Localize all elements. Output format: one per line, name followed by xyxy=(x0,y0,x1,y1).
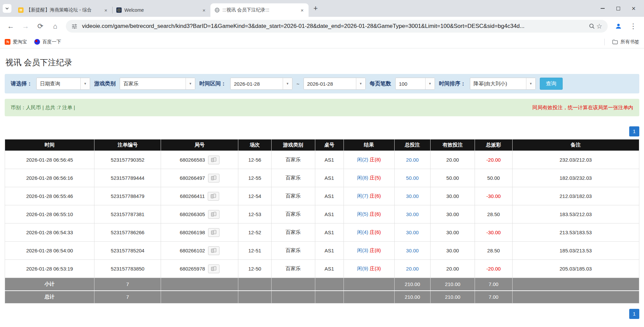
valid-bet-cell: 30.00 xyxy=(431,187,475,205)
date-start-select[interactable]: 2026-01-28 ▼ xyxy=(230,78,292,90)
payout-cell: 28.50 xyxy=(475,242,512,260)
footer-cell: 210.00 xyxy=(431,278,475,291)
round-cell: 680266198 xyxy=(161,223,238,242)
round-replay-button[interactable] xyxy=(208,228,219,237)
bet-records-table: 时间注单编号局号场次游戏类别桌号结果总投注有效投注总派彩备注 2026-01-2… xyxy=(5,139,639,303)
result-cell: 闲(4) 庄(6) xyxy=(344,223,394,242)
round-cell: 680266411 xyxy=(161,187,238,205)
total-bet-cell: 20.00 xyxy=(394,151,431,169)
time-cell: 2026-01-28 06:54:33 xyxy=(5,223,94,242)
url-text[interactable]: videoie.com/game/betrecord_search/kind3?… xyxy=(82,23,584,30)
page-size-select[interactable]: 100 ▼ xyxy=(395,78,435,90)
tab-bet-records[interactable]: :::视讯 会员下注纪录::: × xyxy=(210,3,309,17)
dropdown-arrow-icon[interactable]: ▼ xyxy=(80,78,90,89)
round-replay-button[interactable] xyxy=(208,192,219,201)
round-replay-button[interactable] xyxy=(208,210,219,219)
currency-summary-text: 币别：人民币 | 总共 :7 注单 | xyxy=(11,105,75,111)
date-end-select[interactable]: 2026-01-28 ▼ xyxy=(304,78,366,90)
tab-search-button[interactable] xyxy=(3,4,11,13)
sort-select[interactable]: 降幂(由大到小) ▼ xyxy=(470,78,536,90)
note-cell: 213.53/183.53 xyxy=(512,223,639,242)
result-banker: 庄(6) xyxy=(370,229,381,235)
page-number-button[interactable]: 1 xyxy=(629,309,639,319)
forward-button[interactable]: → xyxy=(19,19,32,33)
refresh-button[interactable]: ⟳ xyxy=(34,19,47,33)
round-replay-button[interactable] xyxy=(208,156,219,164)
result-player: 闲(5) xyxy=(357,211,368,217)
browser-menu-button[interactable]: ⋮ xyxy=(627,19,640,33)
game-type-cell: 百家乐 xyxy=(271,169,315,187)
bookmark-taobao[interactable]: 淘 爱淘宝 xyxy=(5,39,27,45)
round-number: 680266497 xyxy=(180,175,205,181)
note-cell: 183.53/212.03 xyxy=(512,205,639,223)
bet-row: 2026-01-28 06:53:19523157783850680265978… xyxy=(5,260,639,278)
round-cell: 680266102 xyxy=(161,242,238,260)
maximize-button[interactable] xyxy=(610,0,626,17)
bet-row: 2026-01-28 06:54:33523157786266680266198… xyxy=(5,223,639,242)
game-type-select[interactable]: 百家乐 ▼ xyxy=(120,78,195,90)
bet-row: 2026-01-28 06:55:46523157788479680266411… xyxy=(5,187,639,205)
all-bookmarks-button[interactable]: 所有书签 xyxy=(612,39,639,45)
dropdown-arrow-icon[interactable]: ▼ xyxy=(526,78,535,89)
page-number-button[interactable]: 1 xyxy=(629,126,639,136)
result-cell: 闲(8) 庄(5) xyxy=(344,169,394,187)
footer-cell: 7 xyxy=(94,291,161,303)
tab-close-icon[interactable]: × xyxy=(201,7,207,13)
close-icon: × xyxy=(632,5,636,12)
bookmark-label: 百度一下 xyxy=(42,39,61,45)
footer-cell xyxy=(344,278,394,291)
round-cell: 680266305 xyxy=(161,205,238,223)
tab-forum[interactable]: 【新提醒】海燕策略论坛 - 综合 × xyxy=(14,3,112,17)
total-bet-cell: 20.00 xyxy=(394,260,431,278)
time-cell: 2026-01-28 06:56:45 xyxy=(5,151,94,169)
minimize-button[interactable] xyxy=(595,0,610,17)
tab-close-icon[interactable]: × xyxy=(299,7,305,13)
table-body: 2026-01-28 06:56:45523157790352680266583… xyxy=(5,151,639,278)
pagination-bottom: 1 xyxy=(5,309,639,319)
round-replay-button[interactable] xyxy=(208,174,219,182)
bookmark-star-icon[interactable]: ☆ xyxy=(596,23,603,30)
page-size-label: 每页笔数 xyxy=(370,80,391,87)
dropdown-arrow-icon[interactable]: ▼ xyxy=(186,78,195,89)
close-button[interactable]: × xyxy=(626,0,641,17)
result-cell: 闲(7) 庄(6) xyxy=(344,187,394,205)
valid-bet-cell: 30.00 xyxy=(431,242,475,260)
pagination-top: 1 xyxy=(5,126,639,136)
profile-avatar[interactable] xyxy=(612,19,625,33)
column-header: 结果 xyxy=(344,139,394,151)
dropdown-arrow-icon[interactable]: ▼ xyxy=(425,78,435,89)
new-tab-button[interactable]: + xyxy=(311,3,321,13)
note-cell: 232.03/212.03 xyxy=(512,151,639,169)
search-button[interactable]: 查询 xyxy=(540,78,563,90)
bet-id-cell: 523157789444 xyxy=(94,169,161,187)
footer-cell xyxy=(238,291,271,303)
bookmark-baidu[interactable]: 百度一下 xyxy=(34,39,61,45)
dropdown-arrow-icon[interactable]: ▼ xyxy=(283,78,292,89)
footer-cell: 7.00 xyxy=(475,291,512,303)
result-banker: 庄(6) xyxy=(370,193,381,199)
table-head: 时间注单编号局号场次游戏类别桌号结果总投注有效投注总派彩备注 xyxy=(5,139,639,151)
column-header: 时间 xyxy=(5,139,94,151)
table-number-cell: AS1 xyxy=(315,260,344,278)
column-header: 注单编号 xyxy=(94,139,161,151)
mode-select[interactable]: 日期查询 ▼ xyxy=(36,78,90,90)
table-number-cell: AS1 xyxy=(315,187,344,205)
mode-label: 请选择： xyxy=(11,80,32,87)
round-replay-button[interactable] xyxy=(208,246,219,255)
home-button[interactable]: ⌂ xyxy=(48,19,62,33)
zoom-icon[interactable] xyxy=(588,23,596,30)
dropdown-arrow-icon[interactable]: ▼ xyxy=(356,78,365,89)
bet-id-cell: 523157788479 xyxy=(94,187,161,205)
round-replay-button[interactable] xyxy=(208,264,219,273)
footer-cell xyxy=(344,291,394,303)
back-button[interactable]: ← xyxy=(4,19,17,33)
tab-close-icon[interactable]: × xyxy=(103,7,109,13)
valid-bet-cell: 20.00 xyxy=(431,260,475,278)
site-settings-icon[interactable] xyxy=(71,23,78,30)
tab-welcome[interactable]: Welcome × xyxy=(112,3,210,17)
round-cell: 680266583 xyxy=(161,151,238,169)
valid-bet-cell: 30.00 xyxy=(431,223,475,242)
note-cell: 205.03/185.03 xyxy=(512,260,639,278)
footer-cell: 210.00 xyxy=(431,291,475,303)
address-bar[interactable]: videoie.com/game/betrecord_search/kind3?… xyxy=(66,20,608,33)
